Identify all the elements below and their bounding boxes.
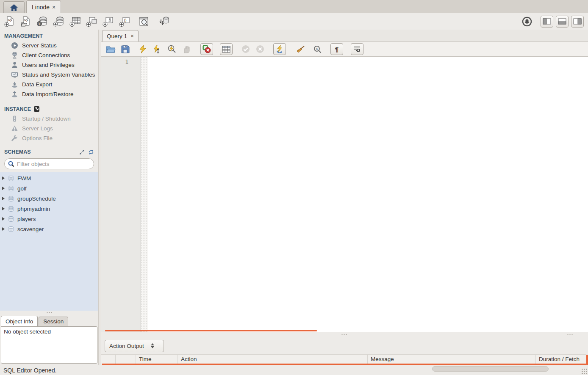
expander-icon[interactable] — [2, 187, 5, 190]
sidebar-item-startup-shutdown[interactable]: Startup / Shutdown — [0, 114, 98, 124]
beautify-sql-icon[interactable] — [295, 45, 305, 53]
sql-editor-toolbar: a ¶ — [101, 41, 588, 57]
output-view-select[interactable]: Action Output — [105, 340, 164, 352]
data-import-icon — [11, 91, 18, 98]
editor-text-area[interactable] — [148, 57, 588, 332]
expander-icon[interactable] — [2, 207, 5, 210]
sidebar-main-splitter[interactable] — [98, 30, 101, 365]
server-logs-icon — [11, 125, 18, 132]
toggle-limit-rows-button[interactable] — [220, 43, 233, 55]
schema-item-golf[interactable]: golf — [0, 183, 98, 193]
sidebar-item-server-logs[interactable]: Server Logs — [0, 124, 98, 133]
toggle-invisible-chars-button[interactable]: ¶ — [330, 43, 343, 55]
content-area: MANAGEMENT Server Status Client Connecti… — [0, 30, 588, 365]
schemas-title: SCHEMAS — [4, 149, 31, 155]
execute-query-icon[interactable] — [138, 44, 147, 54]
startup-shutdown-icon — [11, 115, 18, 122]
editor-output-splitter[interactable] — [101, 332, 588, 337]
toggle-left-sidebar-button[interactable] — [541, 16, 553, 28]
column-label: Time — [139, 356, 152, 362]
toolbar-right-icons — [522, 16, 584, 28]
autocommit-icon — [275, 45, 284, 53]
mysql-workbench-window: Linode × SQL SQL i — [0, 0, 588, 375]
refresh-schemas-icon[interactable] — [88, 149, 94, 155]
schema-name: FWM — [17, 175, 31, 182]
toggle-right-sidebar-button[interactable] — [571, 16, 584, 28]
new-sql-tab-icon[interactable]: SQL — [4, 16, 16, 27]
output-vertical-scrollbar[interactable] — [586, 355, 588, 365]
open-sql-script-icon[interactable]: SQL — [20, 16, 32, 27]
search-table-data-icon[interactable] — [138, 16, 150, 27]
editor-pane: Query 1 × — [101, 30, 588, 365]
sidebar-item-data-export[interactable]: Data Export — [0, 80, 98, 89]
create-function-icon[interactable]: () — [119, 16, 131, 27]
resize-grip-icon[interactable] — [581, 368, 587, 374]
expander-icon[interactable] — [2, 197, 5, 200]
column-label: Duration / Fetch — [539, 356, 580, 362]
column-time[interactable]: Time — [136, 355, 178, 364]
expander-icon[interactable] — [2, 217, 5, 221]
close-icon[interactable]: × — [52, 4, 55, 11]
expand-panel-icon[interactable] — [79, 149, 85, 155]
close-icon[interactable]: × — [130, 33, 134, 39]
column-action[interactable]: Action — [178, 355, 368, 364]
schema-item-phpmyadmin[interactable]: phpmyadmin — [0, 204, 98, 214]
schema-item-groupschedule[interactable]: groupSchedule — [0, 193, 98, 204]
schema-filter-input[interactable] — [17, 161, 80, 167]
create-schema-icon[interactable] — [53, 16, 65, 27]
main-toolbar-icons: SQL SQL i () — [4, 16, 169, 27]
sidebar-splitter[interactable] — [0, 311, 98, 315]
sidebar-item-server-status[interactable]: Server Status — [0, 41, 98, 50]
connection-tab[interactable]: Linode × — [26, 0, 61, 13]
schema-name: groupSchedule — [17, 196, 56, 202]
sidebar-item-data-import[interactable]: Data Import/Restore — [0, 89, 98, 99]
schema-icon — [8, 196, 14, 202]
inspect-database-icon[interactable]: i — [36, 16, 48, 27]
schema-item-fwm[interactable]: FWM — [0, 173, 98, 183]
tab-object-info[interactable]: Object Info — [1, 316, 38, 326]
tab-session[interactable]: Session — [39, 317, 68, 326]
column-message[interactable]: Message — [368, 355, 536, 364]
toggle-word-wrap-button[interactable] — [351, 43, 363, 55]
instance-title: INSTANCE — [4, 106, 31, 112]
create-table-icon[interactable] — [69, 16, 81, 27]
management-title: MANAGEMENT — [4, 33, 43, 39]
sidebar-item-options-file[interactable]: Options File — [0, 133, 98, 143]
scrollbar-thumb[interactable] — [432, 366, 549, 372]
column-status-icon[interactable] — [101, 355, 116, 364]
sidebar-item-users-privileges[interactable]: Users and Privileges — [0, 60, 98, 70]
stop-on-error-icon — [202, 45, 211, 53]
open-file-icon[interactable] — [105, 45, 116, 53]
tab-query-1[interactable]: Query 1 × — [102, 30, 139, 41]
column-duration-fetch[interactable]: Duration / Fetch — [536, 355, 586, 364]
sql-editor[interactable]: 1 — [101, 57, 588, 332]
home-tab[interactable] — [3, 1, 25, 13]
stop-query-icon — [182, 44, 191, 54]
schema-item-scavenger[interactable]: scavenger — [0, 224, 98, 234]
query-tab-strip: Query 1 × — [101, 30, 588, 41]
expander-icon[interactable] — [2, 176, 5, 180]
create-view-icon[interactable] — [86, 16, 98, 27]
schema-item-players[interactable]: players — [0, 214, 98, 224]
column-index[interactable] — [116, 355, 136, 364]
sidebar-item-client-connections[interactable]: Client Connections — [0, 50, 98, 60]
schema-name: phpmyadmin — [17, 206, 50, 212]
explain-plan-icon[interactable] — [167, 44, 177, 54]
create-stored-procedure-icon[interactable] — [103, 16, 114, 27]
sidebar-item-status-system-variables[interactable]: Status and System Variables — [0, 70, 98, 80]
toggle-stop-on-error-button[interactable] — [200, 43, 213, 55]
expander-icon[interactable] — [2, 227, 5, 231]
execute-statement-icon[interactable] — [153, 44, 162, 54]
user-icon — [11, 61, 18, 69]
svg-text:SQL: SQL — [24, 19, 29, 22]
editor-horizontal-scrollbar[interactable] — [105, 330, 317, 331]
toggle-output-area-button[interactable] — [556, 16, 569, 28]
save-icon[interactable] — [121, 45, 130, 54]
limit-rows-icon — [222, 46, 230, 53]
data-transfer-icon[interactable] — [157, 16, 169, 27]
notifications-icon[interactable] — [522, 17, 532, 27]
find-icon[interactable]: a — [313, 45, 322, 54]
schema-icon — [8, 185, 14, 192]
toggle-autocommit-button[interactable] — [273, 43, 286, 55]
schema-filter-box[interactable] — [4, 158, 94, 169]
